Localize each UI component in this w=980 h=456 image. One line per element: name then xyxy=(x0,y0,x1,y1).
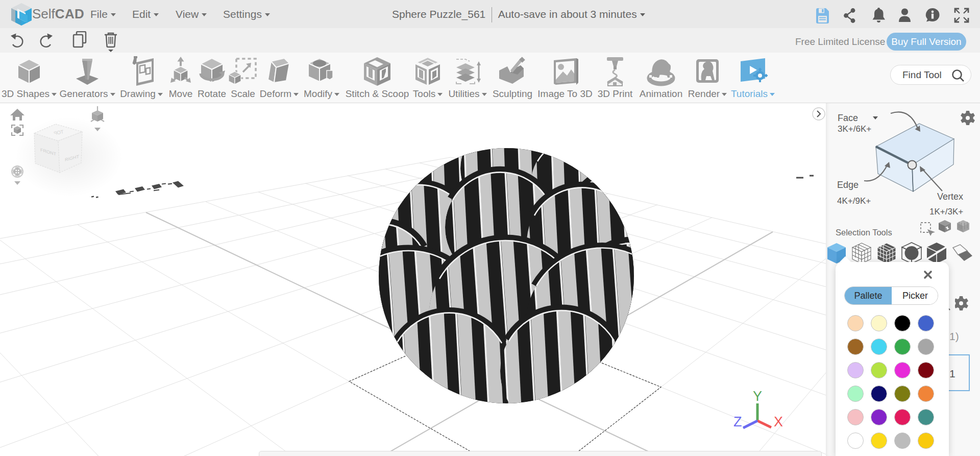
svg-text:X: X xyxy=(774,414,783,429)
svg-text:Z: Z xyxy=(733,414,742,429)
svg-text:Y: Y xyxy=(753,389,762,404)
